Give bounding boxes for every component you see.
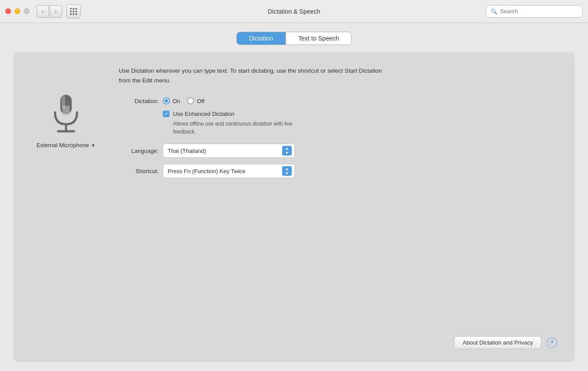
language-select-arrows: ▲ ▼: [282, 146, 292, 156]
shortcut-select[interactable]: Press Fn (Function) Key Twice ▲ ▼: [163, 164, 295, 178]
microphone-icon: [48, 93, 84, 137]
language-value: Thai (Thailand): [168, 148, 279, 154]
microphone-label[interactable]: External Microphone ▼: [37, 142, 96, 148]
language-select[interactable]: Thai (Thailand) ▲ ▼: [163, 144, 295, 158]
radio-on-circle: [163, 97, 170, 104]
back-button[interactable]: ‹: [37, 5, 49, 18]
close-button[interactable]: [5, 8, 11, 14]
title-bar: ‹ › Dictation & Speech 🔍: [0, 0, 588, 23]
language-label: Language:: [119, 148, 158, 154]
search-input[interactable]: [500, 8, 578, 15]
grid-dots-icon: [70, 8, 77, 15]
bottom-bar: About Dictation and Privacy ?: [31, 327, 557, 349]
description-text: Use Dictation wherever you can type text…: [119, 66, 392, 85]
maximize-button[interactable]: [24, 8, 29, 14]
tab-text-to-speech[interactable]: Text to Speech: [286, 32, 352, 45]
enhanced-label: Use Enhanced Dictation: [173, 111, 234, 117]
enhanced-checkbox[interactable]: [163, 111, 169, 117]
enhanced-description: Allows offline use and continuous dictat…: [173, 120, 314, 136]
microphone-label-text: External Microphone: [37, 142, 89, 148]
search-icon: 🔍: [491, 8, 497, 15]
forward-button[interactable]: ›: [50, 5, 62, 18]
about-button[interactable]: About Dictation and Privacy: [454, 336, 541, 349]
minimize-button[interactable]: [15, 8, 20, 14]
chevron-down-icon: ▼: [91, 143, 96, 148]
dictation-label: Dictation:: [119, 98, 158, 104]
radio-on-label: On: [173, 98, 180, 104]
help-button[interactable]: ?: [547, 338, 557, 348]
dictation-control-row: Dictation: On Off: [119, 97, 557, 104]
shortcut-value: Press Fn (Function) Key Twice: [168, 168, 279, 174]
window-controls: [5, 8, 29, 14]
enhanced-section: Use Enhanced Dictation Allows offline us…: [163, 111, 557, 136]
nav-buttons: ‹ ›: [37, 5, 62, 18]
tab-dictation[interactable]: Dictation: [237, 32, 285, 45]
radio-group: On Off: [163, 97, 204, 104]
settings-section: Use Dictation wherever you can type text…: [119, 66, 557, 184]
grid-view-button[interactable]: [66, 4, 81, 19]
shortcut-label: Shortcut:: [119, 168, 158, 174]
radio-on[interactable]: On: [163, 97, 180, 104]
svg-rect-4: [62, 96, 65, 109]
enhanced-checkbox-row: Use Enhanced Dictation: [163, 111, 557, 117]
tab-switcher: Dictation Text to Speech: [13, 32, 575, 45]
window-title: Dictation & Speech: [268, 8, 320, 15]
mic-section: External Microphone ▼: [31, 66, 101, 148]
shortcut-row: Shortcut: Press Fn (Function) Key Twice …: [119, 164, 557, 178]
radio-off-circle: [187, 97, 194, 104]
panel: External Microphone ▼ Use Dictation wher…: [13, 52, 575, 362]
shortcut-select-arrows: ▲ ▼: [282, 166, 292, 176]
panel-inner: External Microphone ▼ Use Dictation wher…: [31, 66, 557, 184]
main-content: Dictation Text to Speech: [0, 23, 588, 371]
language-row: Language: Thai (Thailand) ▲ ▼: [119, 144, 557, 158]
radio-off[interactable]: Off: [187, 97, 204, 104]
tab-group: Dictation Text to Speech: [236, 32, 352, 45]
radio-off-label: Off: [197, 98, 204, 104]
search-box[interactable]: 🔍: [486, 5, 583, 18]
